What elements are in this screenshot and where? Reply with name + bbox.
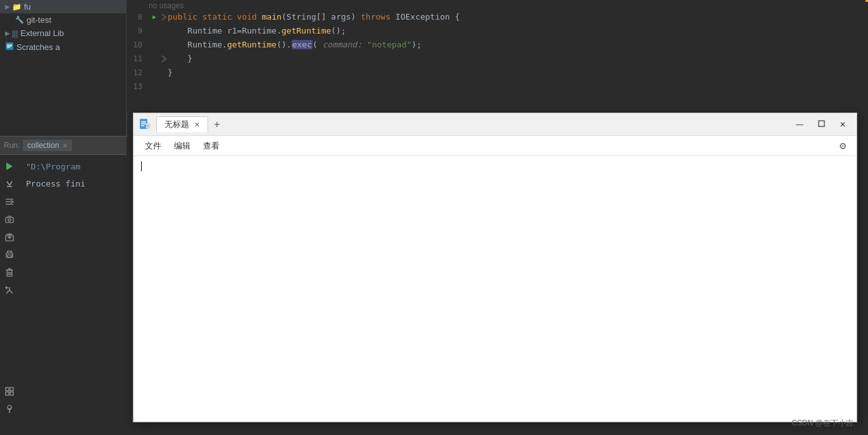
notepad-tab-title: 无标题 xyxy=(164,119,189,130)
svg-rect-23 xyxy=(6,392,9,395)
close-button[interactable]: ✕ xyxy=(834,118,852,132)
run-tab-name: collection xyxy=(27,141,59,150)
restore-button[interactable] xyxy=(812,118,830,132)
line-number-13: 13 xyxy=(127,80,149,94)
project-tree: ▶ 📁 fu 🔧 git-test ▶ ||| External Lib xyxy=(0,0,126,54)
output-process-text: Process fini xyxy=(26,179,85,188)
line-number-9: 9 xyxy=(127,24,149,38)
line-marker-8 xyxy=(160,11,168,23)
tree-label-ext-lib: External Lib xyxy=(20,28,64,38)
lib-icon: ||| xyxy=(12,29,18,38)
delete-button[interactable] xyxy=(3,266,16,279)
csdn-text: CSDN @在下小吉. xyxy=(791,419,855,427)
notepad-titlebar: 无标题 ✕ + — xyxy=(133,113,857,136)
import-button[interactable] xyxy=(3,283,16,297)
line-number-10: 10 xyxy=(127,38,149,52)
code-text-8: public static void main(String[] args) t… xyxy=(168,10,460,24)
run-play-button[interactable] xyxy=(3,159,16,173)
bottom-sidebar-icons xyxy=(0,384,19,416)
scratches-icon xyxy=(5,42,14,52)
code-line-10: 10 Runtime.getRuntime().exec( command: "… xyxy=(127,38,868,52)
svg-rect-9 xyxy=(6,218,13,223)
right-marker xyxy=(865,0,868,111)
notepad-settings-button[interactable]: ⚙ xyxy=(834,138,852,154)
svg-rect-24 xyxy=(10,392,13,395)
line-number-11: 11 xyxy=(127,52,149,66)
sidebar-item-external-lib[interactable]: ▶ ||| External Lib xyxy=(0,27,126,40)
wrap-button[interactable] xyxy=(3,195,16,209)
svg-marker-4 xyxy=(6,162,13,170)
tree-arrow-fu: ▶ xyxy=(5,3,10,10)
line-number-12: 12 xyxy=(127,66,149,80)
notepad-window: 无标题 ✕ + — xyxy=(133,113,857,422)
code-lines: 8 ▶ public static void main(String[] arg… xyxy=(127,10,868,94)
svg-rect-22 xyxy=(10,388,13,391)
tree-label-git-test: git-test xyxy=(27,15,51,25)
line-number-8: 8 xyxy=(127,10,149,24)
run-label: Run: xyxy=(4,141,20,150)
export-button[interactable] xyxy=(3,230,16,244)
svg-rect-21 xyxy=(6,388,9,391)
tree-arrow-ext: ▶ xyxy=(5,30,10,37)
code-line-9: 9 Runtime r1=Runtime.getRuntime(); xyxy=(127,24,868,38)
menu-file[interactable]: 文件 xyxy=(139,138,168,154)
print-button[interactable] xyxy=(3,248,16,262)
tree-label-fu: fu xyxy=(24,2,31,11)
run-tab[interactable]: collection ✕ xyxy=(23,140,72,151)
ide-container: ▶ 📁 fu 🔧 git-test ▶ ||| External Lib xyxy=(0,0,868,435)
run-sidebar-icons xyxy=(0,157,19,297)
yellow-marker xyxy=(865,0,868,2)
pin-button[interactable] xyxy=(3,402,16,416)
notepad-app-icon xyxy=(139,118,151,131)
camera-button[interactable] xyxy=(3,212,16,226)
svg-rect-14 xyxy=(8,255,11,257)
notepad-new-tab-button[interactable]: + xyxy=(209,117,225,132)
scroll-down-button[interactable] xyxy=(3,177,16,191)
folder-icon: 📁 xyxy=(12,3,22,11)
notepad-window-controls: — ✕ xyxy=(791,118,852,132)
notepad-tabs: 无标题 ✕ + xyxy=(156,116,791,132)
sidebar-item-git-test[interactable]: 🔧 git-test xyxy=(0,13,126,27)
notepad-content[interactable] xyxy=(133,156,857,422)
menu-view[interactable]: 查看 xyxy=(197,138,226,154)
run-button-line8[interactable]: ▶ xyxy=(149,11,160,23)
grid-button[interactable] xyxy=(3,384,16,398)
sidebar-item-scratches[interactable]: Scratches a xyxy=(0,40,126,54)
code-line-12: 12 } xyxy=(127,66,868,80)
code-text-12: } xyxy=(168,66,173,80)
code-text-10: Runtime.getRuntime().exec( command: "not… xyxy=(168,38,421,52)
restore-icon xyxy=(818,120,825,129)
minimize-button[interactable]: — xyxy=(791,118,809,132)
notepad-menubar: 文件 编辑 查看 ⚙ xyxy=(133,136,857,156)
sidebar-item-fu[interactable]: ▶ 📁 fu xyxy=(0,0,126,13)
svg-rect-34 xyxy=(819,121,824,126)
run-toolbar: Run: collection ✕ xyxy=(0,136,127,155)
csdn-watermark: CSDN @在下小吉. xyxy=(791,418,855,429)
text-cursor xyxy=(141,161,142,171)
svg-rect-30 xyxy=(141,125,144,126)
line-marker-11 xyxy=(160,53,168,64)
svg-rect-29 xyxy=(141,123,146,125)
editor-area: no usages 8 ▶ public static void main(St… xyxy=(127,0,868,111)
tree-label-scratches: Scratches a xyxy=(16,42,60,52)
code-line-8: 8 ▶ public static void main(String[] arg… xyxy=(127,10,868,24)
settings-icon: ⚙ xyxy=(839,141,847,151)
svg-point-10 xyxy=(8,219,11,221)
no-usages-text: no usages xyxy=(127,0,868,10)
code-text-9: Runtime r1=Runtime.getRuntime(); xyxy=(168,24,346,38)
git-icon: 🔧 xyxy=(15,16,24,24)
code-text-11: } xyxy=(168,52,192,66)
svg-rect-28 xyxy=(141,121,146,123)
menu-edit[interactable]: 编辑 xyxy=(168,138,197,154)
run-tab-close-icon[interactable]: ✕ xyxy=(63,142,68,149)
code-line-13: 13 xyxy=(127,80,868,94)
output-path-text: "D:\Program xyxy=(26,162,80,171)
notepad-tab-untitled[interactable]: 无标题 ✕ xyxy=(156,116,208,132)
notepad-tab-close-icon[interactable]: ✕ xyxy=(194,121,200,129)
svg-rect-31 xyxy=(146,123,150,128)
code-line-11: 11 } xyxy=(127,52,868,66)
